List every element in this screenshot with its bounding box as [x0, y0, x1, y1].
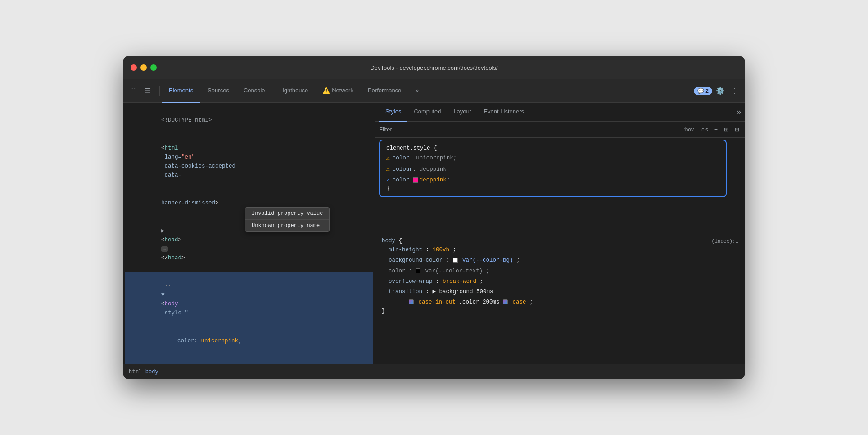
- tab-network-label: Network: [332, 87, 353, 94]
- body-ease: ease-in-out ,color 200ms ease ;: [382, 297, 738, 308]
- tooltip-overlay: Invalid property value Unknown property …: [245, 207, 330, 232]
- bg-color-swatch[interactable]: [453, 258, 458, 263]
- breadcrumb-html[interactable]: html: [129, 369, 142, 375]
- tab-performance-label: Performance: [368, 87, 401, 94]
- tab-event-listeners-label: Event Listeners: [484, 108, 524, 115]
- settings-icon[interactable]: ⚙️: [714, 85, 727, 97]
- add-style-button[interactable]: +: [713, 126, 719, 134]
- styles-content: element.style { ⚠️ color : unicornpink; …: [375, 138, 745, 364]
- tab-lighthouse[interactable]: Lighthouse: [272, 79, 316, 103]
- titlebar: DevTools - developer.chrome.com/docs/dev…: [123, 56, 745, 79]
- tab-layout[interactable]: Layout: [447, 103, 477, 122]
- cls-button[interactable]: .cls: [698, 126, 710, 134]
- tab-elements[interactable]: Elements: [162, 79, 200, 103]
- maximize-button[interactable]: [150, 64, 157, 71]
- tab-styles-label: Styles: [385, 108, 401, 115]
- warning-icon: ⚠️: [322, 87, 330, 94]
- traffic-lights: [131, 64, 157, 71]
- window-title: DevTools - developer.chrome.com/docs/dev…: [370, 64, 497, 71]
- breadcrumb-bar: html body: [123, 364, 745, 379]
- devtools-window: DevTools - developer.chrome.com/docs/dev…: [123, 56, 745, 379]
- minimize-button[interactable]: [140, 64, 147, 71]
- main-content: <!DOCTYPE html> <html lang="en" data-coo…: [123, 103, 745, 364]
- tabs-right-group: 💬 2 ⚙️ ⋮: [694, 85, 741, 97]
- css-tooltip: Invalid property value Unknown property …: [245, 207, 330, 232]
- warning-icon-1: ⚠️: [386, 154, 390, 163]
- hov-button[interactable]: :hov: [682, 126, 696, 134]
- style-prop-unicornpink: ⚠️ color : unicornpink;: [386, 153, 719, 164]
- body-styles: body { (index):1 min-height : 100vh ; ba…: [375, 234, 745, 319]
- style-prop-colour-deeppink: ⚠️ colour : deeppink;: [386, 164, 719, 175]
- devtools-icons: ⬚ ☰: [127, 85, 154, 97]
- tab-layout-label: Layout: [453, 108, 471, 115]
- tab-console-label: Console: [244, 87, 265, 94]
- tab-elements-label: Elements: [169, 87, 193, 94]
- more-options-icon[interactable]: ⋮: [728, 85, 741, 97]
- text-color-swatch[interactable]: [416, 268, 420, 273]
- ease-swatch-2[interactable]: [503, 299, 508, 304]
- tab-more[interactable]: »: [408, 79, 426, 103]
- tab-sources-label: Sources: [208, 87, 229, 94]
- filter-input[interactable]: [379, 126, 678, 133]
- element-style-close: }: [386, 186, 719, 192]
- element-style-box: element.style { ⚠️ color : unicornpink; …: [379, 140, 727, 197]
- tab-event-listeners[interactable]: Event Listeners: [477, 103, 530, 122]
- styles-panel: Styles Computed Layout Event Listeners »…: [375, 103, 745, 364]
- tab-sources[interactable]: Sources: [200, 79, 236, 103]
- tooltip-item-2: Unknown property name: [245, 220, 329, 231]
- body-color-strikethrough: color : var(--color-text) ;: [382, 266, 738, 276]
- tab-network[interactable]: ⚠️ Network: [315, 79, 361, 103]
- check-icon-1[interactable]: ✓: [386, 175, 390, 185]
- body-open-line[interactable]: ··· ▼ <body style=": [125, 272, 373, 327]
- body-close: }: [382, 308, 738, 314]
- tab-computed[interactable]: Computed: [407, 103, 447, 122]
- tab-styles[interactable]: Styles: [379, 103, 407, 122]
- body-color-unicorn: color: unicornpink;: [125, 327, 373, 355]
- tab-performance[interactable]: Performance: [361, 79, 408, 103]
- styles-tabs-more[interactable]: »: [737, 107, 741, 117]
- style-prop-color-deeppink: ✓ color : deeppink ;: [386, 175, 719, 186]
- chat-badge[interactable]: 💬 2: [694, 87, 712, 95]
- tab-computed-label: Computed: [414, 108, 441, 115]
- breadcrumb-body[interactable]: body: [145, 369, 158, 375]
- close-button[interactable]: [131, 64, 137, 71]
- tab-lighthouse-label: Lighthouse: [280, 87, 308, 94]
- doctype-line: <!DOCTYPE html>: [125, 106, 373, 134]
- styles-tabbar: Styles Computed Layout Event Listeners »: [375, 103, 745, 122]
- warning-icon-2: ⚠️: [386, 164, 390, 174]
- body-overflow-wrap: overflow-wrap : break-word ;: [382, 276, 738, 287]
- tooltip-item-1: Invalid property value: [245, 208, 329, 220]
- filter-bar: :hov .cls + ⊞ ⊟: [375, 122, 745, 138]
- html-open-line: <html lang="en" data-cookies-accepted da…: [125, 134, 373, 189]
- filter-buttons: :hov .cls + ⊞ ⊟: [682, 126, 741, 134]
- tab-console[interactable]: Console: [236, 79, 272, 103]
- ease-swatch-1[interactable]: [409, 299, 414, 304]
- toggle-sidebar-icon[interactable]: ⊟: [733, 126, 741, 134]
- inspect-icon[interactable]: ⬚: [127, 85, 140, 97]
- copy-styles-icon[interactable]: ⊞: [722, 126, 730, 134]
- body-colour-deeppink: colour: deeppink;: [125, 355, 373, 364]
- body-background-color: background-color : var(--color-bg) ;: [382, 255, 738, 266]
- device-icon[interactable]: ☰: [141, 85, 154, 97]
- element-style-selector: element.style {: [386, 145, 719, 151]
- body-transition: transition : ▶ background 500ms: [382, 287, 738, 297]
- body-min-height: min-height : 100vh ;: [382, 245, 738, 255]
- color-swatch-deeppink[interactable]: [413, 177, 418, 183]
- body-index: (index):1: [712, 239, 738, 244]
- elements-panel[interactable]: <!DOCTYPE html> <html lang="en" data-coo…: [123, 103, 375, 364]
- tab-separator: [159, 86, 160, 96]
- body-selector: body {: [382, 238, 402, 244]
- devtools-tabbar: ⬚ ☰ Elements Sources Console Lighthouse …: [123, 79, 745, 103]
